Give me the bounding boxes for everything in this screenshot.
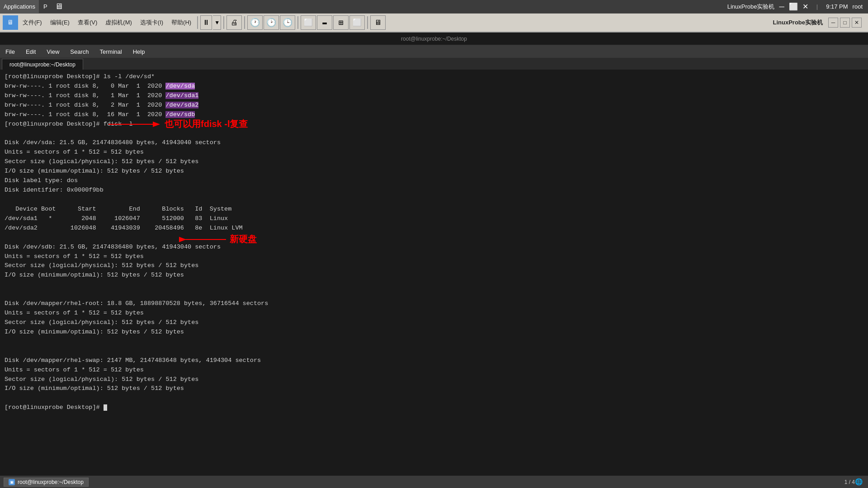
win-maximize[interactable]: □ — [840, 18, 850, 28]
main-area: 🖥 文件(F) 编辑(E) 查看(V) 虚拟机(M) 选项卡(I) 帮助(H) … — [0, 14, 868, 488]
terminal-line-2: brw-rw----. 1 root disk 8, 0 Mar 1 2020 … — [5, 82, 863, 91]
terminal-line-blank1 — [5, 129, 863, 139]
minimize-win-btn[interactable]: ─ — [779, 3, 784, 11]
terminal-line-28: [root@linuxprobe Desktop]# — [5, 403, 863, 413]
tmenu-view[interactable]: View — [41, 45, 65, 58]
places-label: P — [43, 3, 47, 10]
taskbar-label: root@linuxprobe:~/Desktop — [18, 479, 84, 485]
terminal-line-blank4 — [5, 280, 863, 290]
taskbar-icon: ▣ — [9, 479, 15, 485]
win-close[interactable]: ✕ — [852, 18, 862, 28]
tmenu-edit[interactable]: Edit — [20, 45, 41, 58]
system-tray: LinuxProbe实验机 ─ ⬜ ✕ | 9:17 PM root — [727, 2, 868, 11]
terminal-line-23: I/O size (minimum/optimal): 512 bytes / … — [5, 328, 863, 337]
terminal-line-blank5 — [5, 290, 863, 299]
terminal-line-22: Sector size (logical/physical): 512 byte… — [5, 318, 863, 328]
snapshot-btn1[interactable]: 🕐 — [247, 15, 263, 30]
terminal-line-21: Units = sectors of 1 * 512 = 512 bytes — [5, 309, 863, 318]
terminal-line-9: Sector size (logical/physical): 512 byte… — [5, 157, 863, 167]
vmenu-tabs[interactable]: 选项卡(I) — [137, 14, 167, 32]
terminal-line-13: Device Boot Start End Blocks Id System — [5, 205, 863, 214]
terminal-line-8: Units = sectors of 1 * 512 = 512 bytes — [5, 148, 863, 157]
terminal-line-10: I/O size (minimum/optimal): 512 bytes / … — [5, 167, 863, 176]
terminal-line-11: Disk label type: dos — [5, 176, 863, 186]
terminal-line-blank6 — [5, 337, 863, 347]
view-btn4[interactable]: ⬜ — [349, 15, 365, 30]
snapshot-btn2[interactable]: 🕑 — [264, 15, 279, 30]
applications-label: Applications — [4, 3, 35, 10]
places-menu[interactable]: P — [39, 0, 52, 13]
terminal-line-17: Units = sectors of 1 * 512 = 512 bytes — [5, 252, 863, 262]
view-btn1[interactable]: ⬜ — [301, 15, 316, 30]
terminal-line-blank7 — [5, 347, 863, 356]
tmenu-file[interactable]: File — [0, 45, 20, 58]
tmenu-help[interactable]: Help — [127, 45, 151, 58]
terminal-line-19: I/O size (minimum/optimal): 512 bytes / … — [5, 271, 863, 280]
user-display: root — [853, 3, 863, 10]
terminal-line-27: I/O size (minimum/optimal): 512 bytes / … — [5, 384, 863, 394]
restore-win-btn[interactable]: ⬜ — [789, 2, 798, 11]
lab-name-toolbar: LinuxProbe实验机 — [773, 19, 823, 27]
terminal-window: root@linuxprobe:~/Desktop File Edit View… — [0, 33, 868, 488]
terminal-body[interactable]: [root@linuxprobe Desktop]# ls -l /dev/sd… — [0, 70, 868, 475]
terminal-line-3: brw-rw----. 1 root disk 8, 1 Mar 1 2020 … — [5, 91, 863, 101]
terminal-tab-1[interactable]: root@linuxprobe:~/Desktop — [2, 59, 83, 70]
system-top-bar: Applications P 🖥 LinuxProbe实验机 ─ ⬜ ✕ | 9… — [0, 0, 868, 14]
tmenu-search[interactable]: Search — [65, 45, 94, 58]
vnc-toolbar: 🖥 文件(F) 编辑(E) 查看(V) 虚拟机(M) 选项卡(I) 帮助(H) … — [0, 14, 868, 33]
close-win-btn[interactable]: ✕ — [802, 2, 808, 11]
right-info: LinuxProbe实验机 ─ □ ✕ — [773, 18, 865, 28]
window-controls: ─ □ ✕ — [828, 18, 862, 28]
terminal-line-15: /dev/sda2 1026048 41943039 20458496 8e L… — [5, 224, 863, 233]
terminal-line-12: Disk identifier: 0x0000f9bb — [5, 186, 863, 195]
toolbar-separator-1 — [197, 16, 198, 29]
terminal-line-blank2 — [5, 195, 863, 205]
terminal-menu-bar: File Edit View Search Terminal Help — [0, 45, 868, 58]
toolbar-separator-2 — [223, 16, 224, 29]
vmenu-help[interactable]: 帮助(H) — [168, 14, 195, 32]
time-display: 9:17 PM — [826, 3, 848, 10]
terminal-line-14: /dev/sda1 * 2048 1026047 512000 83 Linux — [5, 214, 863, 224]
vmenu-file[interactable]: 文件(F) — [19, 14, 46, 32]
network-icon: 🌐 — [855, 478, 863, 486]
terminal-tab-bar: root@linuxprobe:~/Desktop — [0, 58, 868, 70]
terminal-line-5: brw-rw----. 1 root disk 8, 16 Mar 1 2020… — [5, 110, 863, 120]
terminal-line-18: Sector size (logical/physical): 512 byte… — [5, 261, 863, 271]
view-btn3[interactable]: ⊞ — [333, 15, 349, 30]
terminal-line-16: Disk /dev/sdb: 21.5 GB, 21474836480 byte… — [5, 243, 863, 252]
vmenu-vm[interactable]: 虚拟机(M) — [102, 14, 136, 32]
terminal-line-7: Disk /dev/sda: 21.5 GB, 21474836480 byte… — [5, 138, 863, 148]
terminal-title: root@linuxprobe:~/Desktop — [401, 36, 467, 42]
taskbar-button[interactable]: ▣ root@linuxprobe:~/Desktop — [4, 478, 89, 487]
terminal-line-6: [root@linuxprobe Desktop]# fdisk -l — [5, 120, 863, 129]
toolbar-separator-3 — [244, 16, 245, 29]
terminal-tab-label: root@linuxprobe:~/Desktop — [9, 61, 75, 68]
terminal-line-25: Units = sectors of 1 * 512 = 512 bytes — [5, 366, 863, 375]
terminal-line-1: [root@linuxprobe Desktop]# ls -l /dev/sd… — [5, 72, 863, 82]
applications-menu[interactable]: Applications — [0, 0, 39, 13]
terminal-line-blank3 — [5, 233, 863, 243]
bottom-status-bar: ▣ root@linuxprobe:~/Desktop 1 / 4 🌐 — [0, 475, 868, 488]
lab-name: LinuxProbe实验机 — [727, 3, 775, 11]
win-minimize[interactable]: ─ — [828, 18, 838, 28]
vmenu-edit[interactable]: 编辑(E) — [47, 14, 73, 32]
terminal-line-26: Sector size (logical/physical): 512 byte… — [5, 375, 863, 385]
terminal-line-4: brw-rw----. 1 root disk 8, 2 Mar 1 2020 … — [5, 101, 863, 110]
terminal-line-blank8 — [5, 394, 863, 403]
toolbar-separator-4 — [297, 16, 298, 29]
toolbar-separator-5 — [367, 16, 368, 29]
terminal-line-20: Disk /dev/mapper/rhel-root: 18.8 GB, 188… — [5, 299, 863, 309]
vmenu-view[interactable]: 查看(V) — [74, 14, 101, 32]
pause-btn[interactable]: ⏸ — [200, 15, 212, 30]
terminal-title-bar: root@linuxprobe:~/Desktop — [0, 33, 868, 45]
tmenu-terminal[interactable]: Terminal — [94, 45, 127, 58]
app-icon[interactable]: 🖥 — [3, 15, 18, 30]
terminal-line-24: Disk /dev/mapper/rhel-swap: 2147 MB, 214… — [5, 356, 863, 366]
page-indicator: 1 / 4 — [844, 479, 855, 485]
pause-dropdown[interactable]: ▼ — [213, 15, 221, 30]
send-key-btn[interactable]: 🖨 — [226, 15, 242, 30]
terminal-quick-launch[interactable]: 🖥 — [52, 0, 66, 13]
view-btn2[interactable]: ▬ — [317, 15, 332, 30]
fullscreen-btn[interactable]: 🖥 — [370, 15, 386, 30]
snapshot-btn3[interactable]: 🕒 — [280, 15, 295, 30]
